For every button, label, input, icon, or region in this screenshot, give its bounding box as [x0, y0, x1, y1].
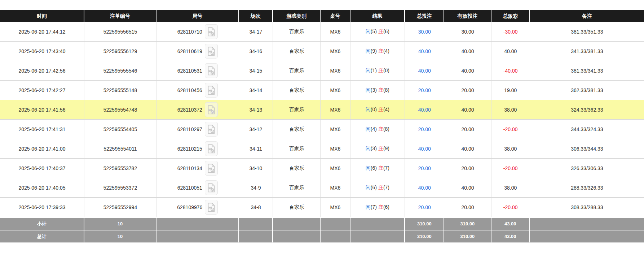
summary-empty-session: [239, 217, 273, 230]
cell-time: 2025-06-20 17:39:33: [0, 198, 84, 217]
cell-bet-id: 522595554748: [84, 100, 156, 120]
cell-table-no: MX6: [321, 198, 350, 217]
video-replay-button[interactable]: [205, 102, 218, 117]
cell-valid-bet: 40.00: [444, 178, 491, 198]
video-replay-button[interactable]: [205, 122, 218, 137]
cell-session: 34-17: [239, 22, 273, 42]
column-header-table_no: 桌号: [321, 10, 350, 22]
summary-valid-bet: 310.00: [444, 230, 491, 243]
cell-time: 2025-06-20 17:40:37: [0, 159, 84, 178]
video-replay-icon: [207, 183, 215, 193]
table-row: 2025-06-20 17:42:56522595555546628110531…: [0, 61, 644, 81]
column-header-game: 游戏类别: [273, 10, 321, 22]
grand-total-row: 总计10310.00310.0043.00: [0, 230, 644, 243]
result-player-label: 闲: [366, 185, 371, 190]
cell-bet-id: 522595556129: [84, 42, 156, 61]
result-banker-label: 庄: [378, 68, 383, 73]
video-replay-icon: [207, 144, 215, 154]
cell-valid-bet: 40.00: [444, 42, 491, 61]
summary-count: 10: [84, 217, 156, 230]
result-banker-label: 庄: [378, 204, 383, 210]
cell-round: 628110710: [156, 22, 239, 42]
video-replay-button[interactable]: [205, 44, 218, 59]
column-header-remark: 备注: [530, 10, 644, 22]
cell-payout: -20.00: [491, 120, 530, 139]
cell-result: 闲(7) 庄(6): [350, 198, 405, 217]
cell-session: 34-15: [239, 61, 273, 81]
video-replay-button[interactable]: [205, 83, 218, 98]
summary-empty-result: [350, 230, 405, 243]
cell-table-no: MX6: [321, 22, 350, 42]
result-player-score: (3): [371, 87, 377, 93]
cell-payout: 38.00: [491, 100, 530, 120]
cell-round: 628110372: [156, 100, 239, 120]
result-player-score: (6): [371, 185, 377, 190]
table-row: 2025-06-20 17:40:37522595553782628110134…: [0, 159, 644, 178]
round-id-group: 628110372: [158, 102, 237, 117]
video-replay-button[interactable]: [205, 63, 218, 78]
table-row: 2025-06-20 17:42:27522595555148628110456…: [0, 81, 644, 100]
round-id: 628110215: [177, 146, 202, 152]
cell-total-bet: 30.00: [405, 22, 444, 42]
round-id: 628110619: [177, 48, 202, 54]
table-row: 2025-06-20 17:41:56522595554748628110372…: [0, 100, 644, 120]
video-replay-icon: [207, 164, 215, 173]
cell-table-no: MX6: [321, 139, 350, 159]
round-id-group: 628109976: [158, 200, 237, 215]
cell-session: 34-11: [239, 139, 273, 159]
cell-time: 2025-06-20 17:42:56: [0, 61, 84, 81]
result-banker-label: 庄: [378, 87, 383, 93]
round-id: 628110051: [177, 185, 202, 191]
cell-table-no: MX6: [321, 81, 350, 100]
video-replay-icon: [207, 203, 215, 212]
result-player-score: (7): [371, 204, 377, 210]
result-player-score: (0): [371, 107, 377, 112]
cell-bet-id: 522595554011: [84, 139, 156, 159]
video-replay-button[interactable]: [205, 180, 218, 195]
cell-table-no: MX6: [321, 159, 350, 178]
result-player-label: 闲: [366, 29, 371, 34]
round-id-group: 628110710: [158, 24, 237, 39]
cell-game-type: 百家乐: [273, 139, 321, 159]
cell-session: 34-10: [239, 159, 273, 178]
cell-bet-id: 522595553782: [84, 159, 156, 178]
cell-game-type: 百家乐: [273, 100, 321, 120]
column-header-bet_id: 注单编号: [84, 10, 156, 22]
summary-count: 10: [84, 230, 156, 243]
cell-result: 闲(6) 庄(7): [350, 178, 405, 198]
result-player-score: (5): [371, 29, 377, 34]
summary-empty-game: [273, 230, 321, 243]
cell-table-no: MX6: [321, 42, 350, 61]
summary-empty-result: [350, 217, 405, 230]
table-row: 2025-06-20 17:39:33522595552994628109976…: [0, 198, 644, 217]
summary-total-bet: 310.00: [405, 217, 444, 230]
cell-session: 34-8: [239, 198, 273, 217]
round-id-group: 628110531: [158, 63, 237, 78]
cell-remark: 308.33/288.33: [530, 198, 644, 217]
cell-result: 闲(0) 庄(4): [350, 100, 405, 120]
cell-session: 34-12: [239, 120, 273, 139]
cell-table-no: MX6: [321, 61, 350, 81]
result-banker-score: (9): [383, 146, 389, 151]
summary-payout: 43.00: [491, 217, 530, 230]
summary-valid-bet: 310.00: [444, 217, 491, 230]
summary-empty-round: [156, 230, 239, 243]
cell-payout: 40.00: [491, 42, 530, 61]
video-replay-button[interactable]: [205, 24, 218, 39]
cell-total-bet: 40.00: [405, 178, 444, 198]
cell-remark: 306.33/344.33: [530, 139, 644, 159]
result-player-score: (6): [371, 165, 377, 171]
cell-result: 闲(4) 庄(8): [350, 120, 405, 139]
round-id-group: 628110051: [158, 180, 237, 195]
cell-bet-id: 522595556515: [84, 22, 156, 42]
cell-remark: 381.33/341.33: [530, 61, 644, 81]
result-player-label: 闲: [366, 68, 371, 73]
video-replay-button[interactable]: [205, 200, 218, 215]
video-replay-button[interactable]: [205, 161, 218, 176]
video-replay-button[interactable]: [205, 141, 218, 156]
cell-valid-bet: 40.00: [444, 61, 491, 81]
result-player-score: (3): [371, 146, 377, 151]
result-player-score: (4): [371, 126, 377, 132]
cell-round: 628109976: [156, 198, 239, 217]
column-header-payout: 总派彩: [491, 10, 530, 22]
